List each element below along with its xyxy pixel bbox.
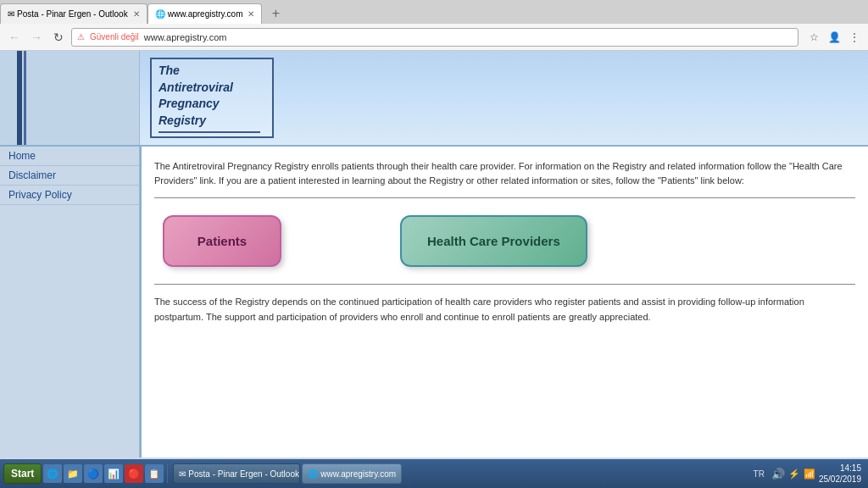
header-bar-1	[17, 51, 22, 145]
tab-apregistry[interactable]: 🌐 www.apregistry.com ✕	[147, 3, 263, 24]
taskbar-ie-icon[interactable]: 🌐	[43, 464, 62, 483]
header-title-box: The Antiretroviral Pregnancy Registry	[150, 58, 274, 138]
intro-text: The Antiretroviral Pregnancy Registry en…	[154, 159, 855, 198]
taskbar-browser-item[interactable]: 🌐 www.apregistry.com	[302, 463, 402, 484]
tray-network-icon[interactable]: 📶	[804, 469, 815, 480]
header-underline	[159, 131, 260, 133]
taskbar-excel-icon[interactable]: 📊	[104, 464, 123, 483]
nav-disclaimer[interactable]: Disclaimer	[0, 166, 139, 186]
tray-battery-icon[interactable]: ⚡	[788, 469, 800, 480]
buttons-row: Patients Health Care Providers	[154, 215, 855, 267]
start-button[interactable]: Start	[3, 463, 42, 484]
taskbar-folder-icon[interactable]: 📁	[64, 464, 82, 483]
page-wrapper: The Antiretroviral Pregnancy Registry Ho…	[0, 51, 868, 458]
quick-launch: 🌐 📁 🔵 📊 🔴 📋	[43, 464, 168, 483]
back-button[interactable]: ←	[5, 28, 24, 47]
nav-home[interactable]: Home	[0, 147, 139, 166]
content-area: The Antiretroviral Pregnancy Registry en…	[140, 147, 868, 458]
system-tray: TR 🔊 ⚡ 📶 14:15 25/02/2019	[754, 463, 865, 485]
left-nav: Home Disclaimer Privacy Policy	[0, 147, 140, 458]
taskbar: Start 🌐 📁 🔵 📊 🔴 📋 ✉ Posta - Pinar Ergen …	[0, 459, 868, 488]
tab-bar: ✉ Posta - Pinar Ergen - Outlook ✕ 🌐 www.…	[0, 0, 868, 24]
taskbar-ppt-icon[interactable]: 📋	[145, 464, 164, 483]
tray-language: TR	[754, 469, 765, 479]
health-care-providers-button[interactable]: Health Care Providers	[400, 215, 587, 267]
header-title: The Antiretroviral Pregnancy Registry	[159, 63, 260, 129]
tray-volume-icon[interactable]: 🔊	[771, 468, 785, 480]
forward-button[interactable]: →	[27, 28, 46, 47]
header-title-block: The Antiretroviral Pregnancy Registry	[140, 51, 274, 145]
header-left-panel	[0, 51, 140, 145]
bookmark-icon[interactable]: ☆	[805, 29, 822, 46]
address-text: www.apregistry.com	[144, 32, 227, 42]
reload-button[interactable]: ↻	[49, 28, 68, 47]
taskbar-app-icon[interactable]: 🔴	[125, 464, 143, 483]
taskbar-chrome-icon[interactable]: 🔵	[84, 464, 103, 483]
nav-bar: ← → ↻ ⚠ Güvenli değil www.apregistry.com…	[0, 24, 868, 51]
security-icon: ⚠	[77, 32, 85, 42]
tab-close-outlook[interactable]: ✕	[133, 9, 140, 19]
taskbar-clock: 14:15 25/02/2019	[819, 463, 861, 485]
address-bar[interactable]: ⚠ Güvenli değil www.apregistry.com	[71, 28, 798, 47]
site-header: The Antiretroviral Pregnancy Registry	[0, 51, 868, 147]
taskbar-outlook-item[interactable]: ✉ Posta - Pinar Ergen - Outlook	[173, 463, 300, 484]
browser-chrome: ✉ Posta - Pinar Ergen - Outlook ✕ 🌐 www.…	[0, 0, 868, 51]
patients-button[interactable]: Patients	[163, 215, 281, 267]
new-tab-button[interactable]: +	[265, 3, 286, 24]
tab-close-apregistry[interactable]: ✕	[248, 9, 254, 19]
footer-text: The success of the Registry depends on t…	[154, 284, 855, 324]
account-icon[interactable]: 👤	[826, 29, 843, 46]
header-bar-2	[24, 51, 26, 145]
lock-label: Güvenli değil	[90, 32, 139, 42]
tab-outlook[interactable]: ✉ Posta - Pinar Ergen - Outlook ✕	[0, 3, 147, 24]
main-body: Home Disclaimer Privacy Policy The Antir…	[0, 147, 868, 458]
nav-icons: ☆ 👤 ⋮	[805, 29, 863, 46]
menu-icon[interactable]: ⋮	[846, 29, 863, 46]
nav-privacy-policy[interactable]: Privacy Policy	[0, 186, 139, 205]
